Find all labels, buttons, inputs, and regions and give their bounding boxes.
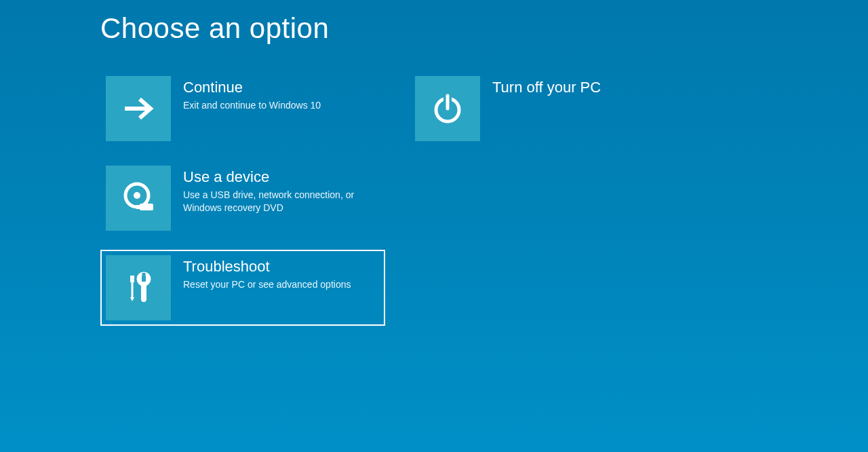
svg-point-12 (141, 295, 146, 300)
turn-off-option[interactable]: Turn off your PC (410, 71, 694, 147)
arrow-right-icon (106, 76, 171, 141)
use-device-option[interactable]: Use a device Use a USB drive, network co… (100, 160, 385, 236)
tools-icon (106, 255, 171, 320)
disc-usb-icon (106, 166, 171, 231)
svg-rect-3 (140, 204, 153, 210)
options-column-right: Turn off your PC (410, 71, 694, 326)
svg-rect-6 (132, 282, 134, 297)
turn-off-text: Turn off your PC (480, 76, 601, 99)
continue-subtitle: Exit and continue to Windows 10 (183, 99, 321, 112)
troubleshoot-option[interactable]: Troubleshoot Reset your PC or see advanc… (100, 250, 385, 326)
options-grid: Continue Exit and continue to Windows 10… (100, 71, 868, 326)
continue-title: Continue (183, 79, 321, 96)
use-device-subtitle: Use a USB drive, network connection, or … (183, 189, 380, 214)
use-device-text: Use a device Use a USB drive, network co… (171, 166, 380, 214)
svg-point-2 (134, 192, 140, 199)
power-icon (415, 76, 480, 141)
svg-rect-5 (130, 276, 134, 282)
continue-option[interactable]: Continue Exit and continue to Windows 10 (100, 71, 385, 147)
troubleshoot-text: Troubleshoot Reset your PC or see advanc… (171, 255, 351, 291)
continue-text: Continue Exit and continue to Windows 10 (171, 76, 321, 112)
troubleshoot-title: Troubleshoot (183, 258, 351, 276)
options-column-left: Continue Exit and continue to Windows 10… (100, 71, 385, 326)
troubleshoot-subtitle: Reset your PC or see advanced options (183, 278, 351, 291)
svg-rect-10 (142, 273, 146, 280)
turn-off-title: Turn off your PC (492, 79, 601, 96)
svg-marker-7 (130, 297, 134, 301)
use-device-title: Use a device (183, 168, 380, 186)
svg-rect-4 (136, 205, 140, 209)
page-title: Choose an option (100, 12, 868, 45)
